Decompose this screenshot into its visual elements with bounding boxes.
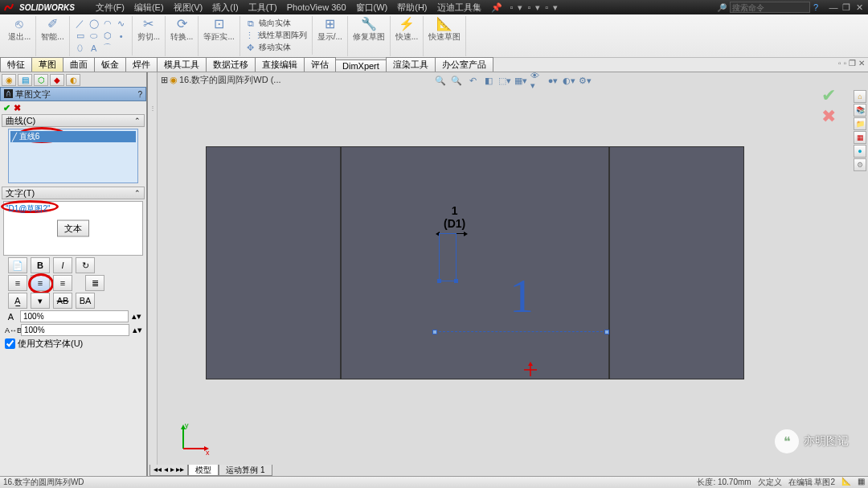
menu-insert[interactable]: 插入(I): [212, 2, 238, 14]
tab-migrate[interactable]: 数据迁移: [206, 57, 256, 72]
pm-ok-icon[interactable]: ✔: [3, 103, 10, 113]
status-custom-icon[interactable]: ▦: [858, 477, 865, 488]
qat-rebuild-icon[interactable]: ▫: [545, 2, 548, 13]
construction-line[interactable]: [435, 331, 607, 332]
tab-sketch[interactable]: 草图: [31, 57, 63, 72]
tab-weldment[interactable]: 焊件: [125, 57, 158, 72]
ribbon-smart-dim[interactable]: ✐智能...: [36, 16, 69, 56]
link-text-button[interactable]: 文本: [57, 220, 89, 237]
qat-new-icon[interactable]: ▫: [510, 2, 514, 13]
appearance-icon[interactable]: ●▾: [547, 74, 559, 87]
align-left-button[interactable]: ≡: [8, 275, 27, 291]
line-icon[interactable]: ／: [75, 18, 86, 30]
resources-icon[interactable]: ⌂: [854, 90, 866, 103]
doc-close-icon[interactable]: ✕: [858, 59, 865, 68]
ribbon-convert[interactable]: ⟳转换...: [166, 16, 199, 56]
dimension-label[interactable]: 1 (D1): [444, 204, 465, 230]
breadcrumb[interactable]: ⊞ ◉ 16.数字的圆周阵列WD (...: [161, 74, 281, 86]
menu-photoview[interactable]: PhotoView 360: [287, 2, 346, 12]
view-settings-icon[interactable]: ⚙▾: [579, 74, 592, 87]
kerning2-button[interactable]: BA: [76, 293, 95, 309]
ribbon-quick-sketch[interactable]: 📐快速草图: [424, 16, 466, 56]
flip-v-button[interactable]: A̲: [8, 293, 27, 309]
fm-tab-property-icon[interactable]: ▤: [18, 74, 32, 86]
curve-section-header[interactable]: 曲线(C) ⌃: [2, 114, 145, 127]
window-restore-icon[interactable]: ❐: [841, 2, 852, 13]
sketch-point[interactable]: [437, 279, 441, 283]
circle-icon[interactable]: ◯: [88, 18, 100, 29]
pm-cancel-icon[interactable]: ✖: [14, 103, 21, 113]
window-min-icon[interactable]: —: [828, 2, 839, 13]
ribbon-exit-sketch[interactable]: ⎋退出...: [3, 16, 36, 56]
menu-file[interactable]: 文件(F): [96, 2, 125, 14]
ribbon-quick[interactable]: ⚡快速...: [391, 16, 424, 56]
search-input[interactable]: [730, 2, 810, 13]
collapse-icon[interactable]: ⌃: [134, 189, 141, 197]
polygon-icon[interactable]: ⬡: [102, 31, 113, 41]
qat-save-icon[interactable]: ▫: [527, 2, 530, 13]
doc-min-icon[interactable]: ▫: [838, 59, 841, 68]
graphics-area[interactable]: ▫ ▫ ❐ ✕ ⊞ ◉ 16.数字的圆周阵列WD (... 🔍 🔍 ↶ ◧ ⬚▾…: [158, 72, 868, 476]
tab-direct[interactable]: 直接编辑: [255, 57, 305, 72]
viewpal-icon[interactable]: ▦: [854, 131, 866, 144]
pm-pushpin-icon[interactable]: ?: [137, 90, 142, 99]
qat-open-icon[interactable]: ▾: [518, 2, 522, 13]
tab-dimxpert[interactable]: DimXpert: [335, 59, 387, 72]
zoom-area-icon[interactable]: 🔍: [450, 74, 463, 87]
align-center-button[interactable]: ≡: [31, 275, 50, 291]
menu-edit[interactable]: 编辑(E): [134, 2, 164, 14]
point-icon[interactable]: •: [116, 31, 127, 41]
tab-evaluate[interactable]: 评估: [304, 57, 336, 72]
bold-button[interactable]: B: [31, 257, 50, 273]
expand-icon[interactable]: ⊞: [161, 75, 168, 85]
curve-selected-item[interactable]: ╱ 直线6: [10, 131, 136, 142]
ribbon-offset[interactable]: ⊡等距实...: [199, 16, 240, 56]
tab-render[interactable]: 渲染工具: [386, 57, 436, 72]
text-input-box[interactable]: "D1@草图2" 文本: [3, 201, 143, 256]
use-doc-font-checkbox[interactable]: [5, 338, 15, 349]
align-right-button[interactable]: ≡: [53, 275, 72, 291]
prev-view-icon[interactable]: ↶: [466, 74, 479, 87]
tab-surface[interactable]: 曲面: [63, 57, 95, 72]
flyout-handle-icon[interactable]: ⋮: [149, 105, 156, 112]
custom-icon[interactable]: ⚙: [854, 158, 866, 171]
italic-button[interactable]: I: [53, 257, 72, 273]
tab-office[interactable]: 办公室产品: [435, 57, 493, 72]
scene-icon[interactable]: ◐▾: [563, 74, 575, 87]
window-close-icon[interactable]: ✕: [854, 2, 865, 13]
menu-pin-icon[interactable]: 📌: [491, 2, 502, 13]
view-orient-icon[interactable]: ⬚▾: [498, 74, 511, 87]
spinner-icon[interactable]: ▴▾: [132, 311, 141, 322]
rect-icon[interactable]: ▭: [75, 31, 86, 41]
config-flyout[interactable]: ⋮: [148, 72, 158, 476]
line-endpoint[interactable]: [604, 330, 609, 334]
tab-model[interactable]: 模型: [188, 465, 219, 476]
fm-tab-dimxpert-icon[interactable]: ◆: [50, 74, 64, 86]
flip-h-button[interactable]: ▾: [31, 293, 50, 309]
qat-options-icon[interactable]: ▾: [553, 2, 558, 13]
tab-mold[interactable]: 模具工具: [157, 57, 207, 72]
width-input[interactable]: [20, 310, 129, 322]
spacing-input[interactable]: [21, 324, 129, 336]
curve-selection-box[interactable]: ╱ 直线6: [8, 129, 138, 183]
ribbon-display[interactable]: ⊞显示/...: [313, 16, 348, 56]
section-icon[interactable]: ◧: [482, 74, 495, 87]
ribbon-linear-pattern[interactable]: ⋮⋮线性草图阵列: [245, 30, 307, 41]
ribbon-repair[interactable]: 🔧修复草图: [348, 16, 391, 56]
confirm-cancel-icon[interactable]: ✖: [821, 106, 836, 127]
text-section-header[interactable]: 文字(T) ⌃: [2, 187, 145, 199]
spinner-icon[interactable]: ▴▾: [133, 325, 142, 335]
doc-restore-icon[interactable]: ▫: [843, 59, 846, 68]
doc-max-icon[interactable]: ❐: [849, 59, 856, 68]
sketch-text-char[interactable]: 1: [510, 272, 534, 320]
menu-help[interactable]: 帮助(H): [397, 2, 427, 14]
menu-window[interactable]: 窗口(W): [356, 2, 388, 14]
align-full-button[interactable]: ≣: [85, 275, 104, 291]
sketch-rectangle[interactable]: [439, 233, 457, 281]
fillet-icon[interactable]: ⌒: [102, 42, 113, 54]
tab-nav-prev-icon[interactable]: ◂◂ ◂ ▸ ▸▸: [149, 465, 188, 476]
fm-tab-feature-icon[interactable]: ◉: [2, 74, 16, 86]
kerning-button[interactable]: AB: [53, 293, 72, 309]
qat-print-icon[interactable]: ▾: [535, 2, 540, 13]
text-icon[interactable]: A: [88, 43, 100, 53]
